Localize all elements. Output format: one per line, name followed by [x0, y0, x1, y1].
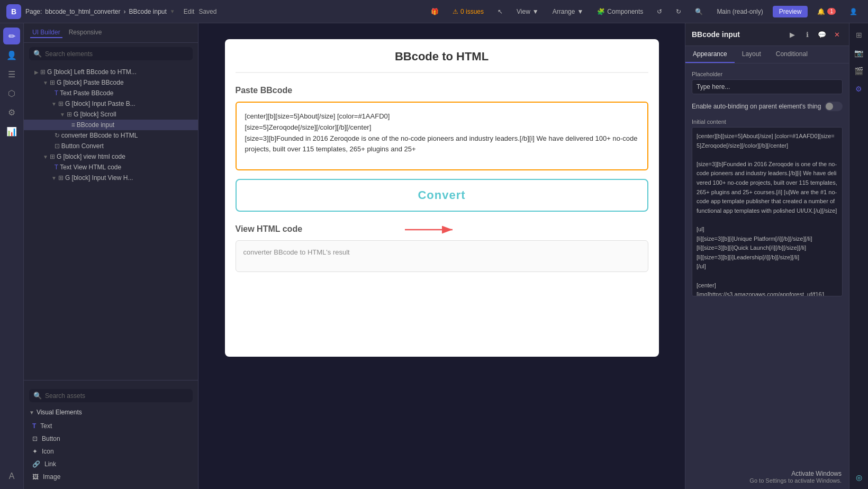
page-name[interactable]: bbcode_to_html_converter: [45, 8, 120, 15]
initial-content-label: Initial content: [692, 119, 843, 125]
preview-button[interactable]: Preview: [773, 6, 808, 17]
conditional-tab[interactable]: Conditional: [768, 46, 815, 63]
auto-binding-toggle[interactable]: [825, 102, 843, 111]
element-image[interactable]: 🖼 Image: [28, 471, 194, 483]
tree-item[interactable]: ▼ ⊞ G [block] view html code: [24, 151, 198, 162]
layers-icon[interactable]: ☰: [3, 66, 20, 83]
panel-tabs2: Appearance Layout Conditional: [685, 46, 849, 64]
page-label: Page:: [25, 8, 42, 15]
element-label: Button: [42, 435, 60, 442]
tree-arrow-icon: [51, 90, 53, 96]
page-title: BBcode to HTML: [236, 50, 648, 73]
arrange-button[interactable]: Arrange ▼: [548, 6, 588, 17]
activate-subtitle: Go to Settings to activate Windows.: [749, 477, 842, 484]
play-icon[interactable]: ▶: [786, 29, 798, 40]
users-icon[interactable]: 👤: [3, 47, 20, 64]
connections-icon[interactable]: ⬡: [3, 85, 20, 102]
notification-button[interactable]: 🔔1: [813, 6, 840, 17]
element-text[interactable]: T Text: [28, 420, 194, 432]
camera-icon[interactable]: 📷: [852, 46, 866, 60]
element-label: Icon: [42, 448, 54, 455]
ui-builder-icon[interactable]: ✏: [3, 28, 20, 44]
activate-title: Activate Windows: [749, 470, 842, 477]
tree-item[interactable]: ▶ ⊞ G [block] Left BBcode to HTM...: [24, 67, 198, 77]
comment-icon[interactable]: 💬: [816, 29, 828, 40]
layout-tab[interactable]: Layout: [735, 46, 768, 63]
tree-arrow-icon: ▶: [34, 69, 39, 75]
placeholder-label: Placeholder: [692, 71, 843, 77]
panel-title: BBcode input: [692, 30, 740, 39]
assets-section: 🔍 ▼ Visual Elements T Text ⊡ Button ✦ Ic…: [24, 380, 198, 489]
settings-icon[interactable]: ⚙: [3, 104, 20, 121]
video-icon[interactable]: 🎬: [852, 64, 866, 78]
saved-status: Saved: [198, 8, 216, 15]
view-button[interactable]: View ▼: [512, 6, 543, 17]
right-panel: BBcode input ▶ ℹ 💬 ✕ Appearance Layout C…: [685, 23, 849, 489]
analytics-icon[interactable]: 📊: [3, 123, 20, 140]
teal-circle-icon[interactable]: ◎: [852, 470, 866, 485]
tree-item[interactable]: ↻ converter BBcode to HTML: [24, 130, 198, 141]
tree-arrow-icon: [51, 133, 53, 139]
page-frame: BBcode to HTML Paste BBcode [center][b][…: [225, 39, 659, 357]
cursor-tool-button[interactable]: ↖: [493, 6, 507, 17]
search-assets-icon: 🔍: [33, 392, 42, 400]
paste-bbcode-area[interactable]: [center][b][size=5]About[/size] [color=#…: [236, 102, 648, 170]
tree-item[interactable]: ▼ ⊞ G [block] Scroll: [24, 109, 198, 120]
element-link[interactable]: 🔗 Link: [28, 458, 194, 470]
topbar-actions: 🎁 ⚠ 0 issues ↖ View ▼ Arrange ▼ 🧩 Compon…: [427, 6, 862, 17]
element-tree: ▶ ⊞ G [block] Left BBcode to HTM... ▼ ⊞ …: [24, 65, 198, 380]
tree-item[interactable]: ▼ ⊞ G [block] Paste BBcode: [24, 77, 198, 88]
link-element-icon: 🔗: [32, 460, 40, 468]
panel-tabs: UI Builder Responsive: [24, 23, 198, 43]
tree-item[interactable]: T Text Paste BBcode: [24, 88, 198, 98]
issues-button[interactable]: ⚠ 0 issues: [448, 6, 488, 17]
warning-icon: ⚠: [453, 8, 458, 15]
element-label: Image: [43, 473, 60, 481]
block-icon: ⊞: [58, 100, 64, 107]
search-elements-box: 🔍: [29, 47, 193, 60]
icon-element-icon: ✦: [32, 448, 38, 455]
undo-button[interactable]: ↺: [653, 6, 666, 17]
text-element-icon: T: [32, 422, 36, 430]
block-icon: ⊞: [50, 153, 55, 160]
main-readonly-button[interactable]: Main (read-only): [712, 6, 767, 17]
element-button[interactable]: ⊡ Button: [28, 433, 194, 445]
topbar: B Page: bbcode_to_html_converter › BBcod…: [0, 0, 868, 23]
tree-item-label: G [block] Input View H...: [65, 174, 133, 182]
tree-item[interactable]: ▼ ⊞ G [block] Input Paste B...: [24, 98, 198, 109]
info-icon[interactable]: ℹ: [801, 29, 813, 40]
tree-item[interactable]: T Text View HTML code: [24, 162, 198, 173]
breadcrumb-item[interactable]: BBcode input: [129, 8, 166, 15]
tree-item[interactable]: ⊡ Button Convert: [24, 141, 198, 151]
placeholder-input[interactable]: [692, 79, 843, 94]
search-button[interactable]: 🔍: [691, 6, 707, 17]
canvas-inner: BBcode to HTML Paste BBcode [center][b][…: [198, 23, 685, 373]
user-profile-icon[interactable]: A: [3, 468, 20, 485]
convert-button[interactable]: Convert: [236, 179, 648, 212]
tree-arrow-icon: [68, 122, 70, 128]
elements-grid: T Text ⊡ Button ✦ Icon 🔗 Link 🖼 Imag: [24, 418, 198, 485]
gift-button[interactable]: 🎁: [427, 6, 443, 17]
left-panel: UI Builder Responsive 🔍 ▶ ⊞ G [block] Le…: [24, 23, 198, 489]
element-icon[interactable]: ✦ Icon: [28, 446, 194, 457]
settings2-icon[interactable]: ⚙: [852, 82, 866, 96]
grid-icon[interactable]: ⊞: [852, 28, 866, 42]
appearance-tab[interactable]: Appearance: [685, 46, 735, 63]
redo-button[interactable]: ↻: [672, 6, 685, 17]
visual-elements-header[interactable]: ▼ Visual Elements: [24, 406, 198, 418]
tree-item-bbcode-input[interactable]: ≡ BBcode input: [24, 120, 198, 130]
initial-content-box[interactable]: [center][b][size=5]About[/size] [color=#…: [692, 127, 843, 296]
search-elements-icon: 🔍: [33, 50, 42, 58]
search-elements-input[interactable]: [45, 50, 188, 58]
issues-count: 0 issues: [460, 8, 484, 15]
components-button[interactable]: 🧩 Components: [593, 6, 647, 17]
page-info: Page: bbcode_to_html_converter › BBcode …: [25, 8, 175, 15]
user-avatar[interactable]: 👤: [845, 6, 862, 17]
close-icon[interactable]: ✕: [831, 29, 843, 40]
search-assets-input[interactable]: [45, 392, 188, 400]
responsive-tab[interactable]: Responsive: [67, 28, 104, 38]
element-label: Link: [44, 460, 56, 468]
ui-builder-tab[interactable]: UI Builder: [30, 28, 62, 38]
tree-item[interactable]: ▼ ⊞ G [block] Input View H...: [24, 173, 198, 183]
block-icon: ⊞: [67, 111, 72, 118]
